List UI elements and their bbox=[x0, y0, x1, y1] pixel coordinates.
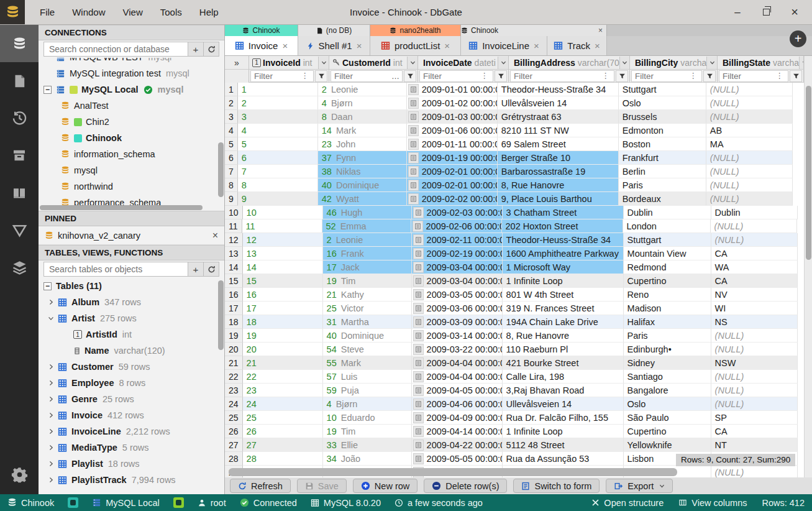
cell-billingaddress[interactable]: Ullevålsveien 14 bbox=[498, 96, 619, 110]
database-item[interactable]: information_schema bbox=[39, 146, 224, 162]
cell-invoicedate[interactable]: 2009-03-14 00:00:00 bbox=[412, 329, 503, 343]
cell-invoiceid[interactable]: 9 bbox=[238, 192, 318, 206]
cell-billingstate[interactable]: SP bbox=[711, 411, 798, 425]
delete-row-s--button[interactable]: Delete row(s) bbox=[424, 479, 507, 493]
table-row[interactable]: 181831Martha2009-03-09 00:00:00194A Chai… bbox=[225, 315, 812, 329]
cell-billingstate[interactable]: (NULL) bbox=[706, 110, 793, 124]
cell-invoiceid[interactable]: 10 bbox=[243, 206, 323, 219]
table-row[interactable]: 4414Mark2009-01-06 00:00:008210 111 ST N… bbox=[225, 124, 812, 137]
column-menu-button[interactable] bbox=[619, 57, 630, 69]
cell-customerid[interactable]: 31Martha bbox=[323, 315, 412, 329]
tab-track[interactable]: Track× bbox=[547, 36, 607, 55]
close-button[interactable]: × bbox=[790, 7, 800, 17]
table-row[interactable]: 7738Niklas2009-02-01 00:00:00Barbarossas… bbox=[225, 165, 812, 178]
cell-invoicedate[interactable]: 2009-03-04 00:00:00 bbox=[412, 260, 503, 274]
chevron-right-icon[interactable] bbox=[46, 396, 56, 402]
chevron-right-icon[interactable] bbox=[46, 380, 56, 386]
status-open-structure[interactable]: Open structure bbox=[591, 498, 664, 508]
table-row[interactable]: 5523John2009-01-11 00:00:0069 Salem Stre… bbox=[225, 137, 812, 151]
cell-invoiceid[interactable]: 21 bbox=[243, 356, 323, 370]
table-item-invoice[interactable]: Invoice412 rows bbox=[39, 407, 224, 423]
column-header-billingstate[interactable]: BillingStatevarcha bbox=[718, 56, 804, 69]
column-header-billingcity[interactable]: BillingCityvarcha bbox=[630, 56, 718, 69]
cell-billingstate[interactable]: CA bbox=[711, 247, 798, 260]
close-tab-button[interactable]: × bbox=[595, 40, 600, 51]
nav-file[interactable] bbox=[0, 62, 39, 99]
cell-billingcity[interactable]: Halifax bbox=[624, 315, 711, 329]
new-row-button[interactable]: New row bbox=[353, 479, 417, 493]
tab-shell1[interactable]: Shell #1× bbox=[298, 36, 370, 55]
cell-billingstate[interactable]: WI bbox=[711, 302, 798, 315]
menu-item-window[interactable]: Window bbox=[63, 7, 114, 17]
cell-invoicedate[interactable]: 2009-02-01 00:00:00 bbox=[407, 178, 498, 192]
column-menu-button[interactable] bbox=[706, 57, 717, 69]
cell-customerid[interactable]: 33Ellie bbox=[323, 438, 412, 452]
database-item[interactable]: Chin2 bbox=[39, 114, 224, 130]
filter-more-button[interactable]: … bbox=[777, 70, 787, 82]
table-row[interactable]: 171725Victor2009-03-06 00:00:00319 N. Fr… bbox=[225, 302, 812, 315]
table-row[interactable]: 9942Wyatt2009-02-02 00:00:009, Place Lou… bbox=[225, 192, 812, 206]
filter-funnel-button[interactable] bbox=[616, 70, 628, 82]
cell-billingcity[interactable]: Paris bbox=[619, 178, 706, 192]
refresh-tables-button[interactable] bbox=[204, 262, 219, 277]
cell-billingcity[interactable]: Bordeaux bbox=[619, 192, 706, 206]
table-row[interactable]: 131316Frank2009-02-19 00:00:001600 Amphi… bbox=[225, 247, 812, 260]
connections-search-input[interactable] bbox=[43, 42, 188, 57]
status-root[interactable]: root bbox=[198, 498, 226, 508]
column-header-invoiceid[interactable]: 1InvoiceIdint bbox=[249, 56, 329, 69]
cell-invoiceid[interactable]: 27 bbox=[243, 438, 323, 452]
cell-customerid[interactable]: 2Leonie bbox=[318, 83, 407, 96]
table-row[interactable]: 151519Tim2009-03-04 00:00:001 Infinite L… bbox=[225, 274, 812, 288]
cell-invoiceid[interactable]: 5 bbox=[238, 137, 318, 151]
cell-invoiceid[interactable]: 6 bbox=[238, 151, 318, 165]
filter-more-button[interactable]: … bbox=[603, 70, 613, 82]
switch-to-form-button[interactable]: Switch to form bbox=[513, 479, 600, 493]
cell-invoiceid[interactable]: 23 bbox=[243, 384, 323, 397]
cell-billingaddress[interactable]: 5112 48 Street bbox=[503, 438, 624, 452]
horizontal-scrollbar[interactable] bbox=[229, 468, 677, 476]
menu-item-help[interactable]: Help bbox=[191, 7, 227, 17]
unpin-button[interactable]: × bbox=[212, 230, 218, 241]
cell-invoiceid[interactable]: 18 bbox=[243, 315, 323, 329]
cell-invoicedate[interactable]: 2009-01-02 00:00:00 bbox=[407, 96, 498, 110]
table-row[interactable]: 161621Kathy2009-03-05 00:00:00801 W 4th … bbox=[225, 288, 812, 302]
cell-billingstate[interactable]: (NULL) bbox=[706, 83, 793, 96]
cell-billingcity[interactable]: Brussels bbox=[619, 110, 706, 124]
chevron-right-icon[interactable] bbox=[46, 428, 56, 435]
filter-input-invoiceid[interactable] bbox=[251, 71, 301, 81]
cell-invoicedate[interactable]: 2009-02-02 00:00:00 bbox=[407, 192, 498, 206]
table-row[interactable]: 6637Fynn2009-01-19 00:00:00Berger Straße… bbox=[225, 151, 812, 165]
cell-billingaddress[interactable]: 9, Place Louis Barthou bbox=[498, 192, 619, 206]
table-row[interactable]: 112Leonie2009-01-01 00:00:00Theodor-Heus… bbox=[225, 83, 812, 96]
connection-item[interactable]: −MySQL Localmysql bbox=[39, 81, 224, 98]
expand-columns-button[interactable]: » bbox=[225, 56, 249, 69]
cell-invoicedate[interactable]: 2009-04-09 00:00:00 bbox=[412, 411, 503, 425]
column-item-name[interactable]: Namevarchar(120) bbox=[39, 343, 224, 359]
status-rows-412[interactable]: Rows: 412 bbox=[762, 498, 805, 508]
cell-billingstate[interactable]: AB bbox=[706, 124, 793, 137]
filter-input-billingstate[interactable] bbox=[719, 71, 775, 81]
db-group-nodb[interactable]: (no DB) bbox=[298, 25, 370, 36]
cell-customerid[interactable]: 10Eduardo bbox=[323, 411, 412, 425]
table-item-artist[interactable]: Artist275 rows bbox=[39, 310, 224, 326]
cell-billingaddress[interactable]: Theodor-Heuss-Straße 34 bbox=[498, 83, 619, 96]
tables-scrollbar[interactable] bbox=[218, 280, 224, 350]
cell-billingaddress[interactable]: 1600 Amphitheatre Parkway bbox=[503, 247, 624, 260]
filter-more-button[interactable]: … bbox=[303, 70, 312, 82]
new-connection-button[interactable]: + bbox=[790, 30, 806, 47]
cell-billingaddress[interactable]: 1 Infinite Loop bbox=[503, 274, 624, 288]
filter-more-button[interactable]: … bbox=[482, 70, 491, 82]
cell-invoicedate[interactable]: 2009-02-06 00:00:00 bbox=[411, 219, 502, 233]
refresh-button[interactable]: Refresh bbox=[230, 479, 291, 493]
cell-customerid[interactable]: 4Bjørn bbox=[318, 96, 407, 110]
nav-database[interactable] bbox=[0, 25, 39, 62]
filter-input-billingaddress[interactable] bbox=[511, 71, 601, 81]
column-header-customerid[interactable]: CustomerIdint bbox=[329, 56, 418, 69]
close-group-button[interactable]: × bbox=[598, 26, 603, 35]
table-row[interactable]: 141417Jack2009-03-04 00:00:001 Microsoft… bbox=[225, 260, 812, 274]
cell-billingstate[interactable]: (NULL) bbox=[711, 370, 798, 384]
table-row[interactable]: 224Bjørn2009-01-02 00:00:00Ullevålsveien… bbox=[225, 96, 812, 110]
cell-billingstate[interactable]: (NULL) bbox=[706, 96, 793, 110]
database-item[interactable]: Chinook bbox=[39, 130, 224, 146]
column-item-artistid[interactable]: 1ArtistIdint bbox=[39, 326, 224, 343]
